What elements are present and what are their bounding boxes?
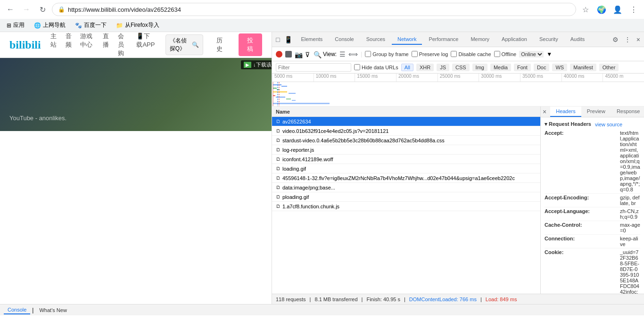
request-row-4[interactable]: 🗋 iconfont.412189e.woff (272, 155, 540, 164)
record-button[interactable] (276, 51, 282, 58)
header-name-accept: Accept: (545, 130, 620, 192)
tab-network[interactable]: Network (392, 34, 422, 45)
separator-status-2: | (362, 296, 363, 302)
request-row-1[interactable]: 🗋 video.01b632f91ce4e4ed2c05.js?v=201811… (272, 126, 540, 136)
hide-data-urls-checkbox[interactable] (354, 64, 360, 70)
filter-other-btn[interactable]: Other (599, 64, 619, 71)
history-button[interactable]: 历史 (216, 36, 225, 53)
tab-audits[interactable]: Audits (565, 34, 591, 45)
view-list-icon[interactable]: ☰ (339, 50, 346, 58)
preserve-log-checkbox[interactable] (412, 51, 418, 57)
request-row-8[interactable]: 🗋 ploading.gif (272, 192, 540, 202)
browser-action-1[interactable]: 🌍 (595, 3, 608, 16)
offline-label[interactable]: Offline (494, 51, 517, 57)
header-row-cache-control: Cache-Control: max-age=0 (545, 221, 640, 235)
bilibili-search[interactable]: 《名侦探Q》 🔍 (165, 34, 203, 55)
bottom-tab-console[interactable]: Console (4, 306, 30, 314)
upload-button[interactable]: 投稿 (239, 33, 262, 56)
request-row-9[interactable]: 🗋 1.a7cf8.function.chunk.js (272, 202, 540, 211)
request-row-3[interactable]: 🗋 log-reporter.js (272, 145, 540, 155)
filter-font-btn[interactable]: Font (514, 64, 531, 71)
back-button[interactable]: ← (4, 3, 17, 16)
bilibili-header: bilibili 主站 音频 游戏中心 直播 会员购 📱下载APP 《名侦探Q》… (0, 32, 272, 58)
request-row-5[interactable]: 🗋 loading.gif (272, 164, 540, 173)
header-name-cache-control: Cache-Control: (545, 222, 620, 233)
tab-console[interactable]: Console (329, 34, 359, 45)
devtools-inspect-btn[interactable]: □ (274, 35, 281, 44)
devtools-device-btn[interactable]: 📱 (282, 35, 294, 44)
tab-performance[interactable]: Performance (423, 34, 464, 45)
offline-checkbox[interactable] (494, 51, 500, 57)
devtools-dock-btn[interactable]: ⋮ (622, 35, 633, 44)
group-by-frame-checkbox[interactable] (365, 51, 371, 57)
hide-data-urls-label[interactable]: Hide data URLs (354, 64, 398, 70)
bookmark-baidu[interactable]: 🐾 百度一下 (72, 20, 109, 30)
bookmark-apps[interactable]: ⊞ 应用 (4, 20, 27, 30)
nav-live[interactable]: 直播 (103, 32, 110, 58)
name-column-header: Name (276, 109, 290, 115)
group-by-frame-label[interactable]: Group by frame (365, 51, 408, 57)
request-row-6[interactable]: 🗋 45596148-1-32.flv?e=ig8euxZM2rNcNbRa7b… (272, 173, 540, 183)
forward-button[interactable]: → (20, 3, 33, 16)
bottom-tab-whatsnew[interactable]: What's New (35, 306, 70, 314)
bilibili-logo[interactable]: bilibili (9, 39, 41, 51)
request-row-2[interactable]: 🗋 stardust-video.0.4a6e5b2bb5e3c28b60b88… (272, 136, 540, 145)
filter-button[interactable]: ⊽ (304, 51, 311, 58)
filter-img-btn[interactable]: Img (472, 64, 487, 71)
bookmark-star-button[interactable]: ☆ (579, 3, 592, 16)
throttle-select[interactable]: Online (519, 51, 544, 58)
dom-content-loaded[interactable]: DOMContentLoaded: 766 ms (409, 296, 477, 302)
filter-all-btn[interactable]: All (401, 64, 413, 71)
timeline-waterfall (272, 82, 644, 107)
bookmark-internet-nav[interactable]: 🌐 上网导航 (31, 20, 68, 30)
filter-css-btn[interactable]: CSS (452, 64, 470, 71)
user-account-button[interactable]: 👤 (611, 3, 624, 16)
tab-memory[interactable]: Memory (465, 34, 495, 45)
filter-ws-btn[interactable]: WS (552, 64, 567, 71)
detail-tab-preview[interactable]: Preview (581, 107, 611, 117)
nav-audio[interactable]: 音频 (66, 32, 73, 58)
detail-tab-headers[interactable]: Headers (550, 107, 581, 117)
devtools-settings-btn[interactable]: ⚙ (611, 35, 620, 44)
tab-sources[interactable]: Sources (361, 34, 391, 45)
header-value-cookie: _uuid=72F32B68-5FBE-8D7E-0395-9105E148AF… (620, 249, 640, 294)
request-row-av26522634[interactable]: 🗋 av26522634 (272, 117, 540, 126)
load-time[interactable]: Load: 849 ms (486, 296, 517, 302)
view-waterfall-icon[interactable]: ⟺ (348, 50, 358, 58)
tick-10000: 10000 ms (314, 74, 355, 82)
view-source-btn[interactable]: view source (595, 122, 622, 127)
tab-application[interactable]: Application (496, 34, 533, 45)
address-bar[interactable]: 🔒 https://www.bilibili.com/video/av26522… (52, 3, 576, 16)
bookmark-firefox[interactable]: 📁 从Firefox导入 (113, 20, 162, 30)
header-name-accept-encoding: Accept-Encoding: (545, 195, 620, 206)
menu-button[interactable]: ⋮ (627, 3, 640, 16)
tab-security[interactable]: Security (534, 34, 564, 45)
filter-input[interactable] (276, 63, 351, 72)
filter-js-btn[interactable]: JS (437, 64, 449, 71)
detail-tab-response[interactable]: Response (611, 107, 644, 117)
stop-button[interactable] (285, 51, 292, 58)
filter-manifest-btn[interactable]: Manifest (570, 64, 596, 71)
request-row-7[interactable]: 🗋 data:image/png;base... (272, 183, 540, 192)
nav-home[interactable]: 主站 (50, 32, 58, 58)
detail-close-btn[interactable]: × (541, 107, 548, 117)
filter-media-btn[interactable]: Media (490, 64, 511, 71)
nav-games[interactable]: 游戏中心 (80, 32, 95, 58)
filter-doc-btn[interactable]: Doc (534, 64, 550, 71)
request-icon-2: 🗋 (276, 138, 281, 143)
disable-cache-label[interactable]: Disable cache (451, 51, 491, 57)
nav-shop[interactable]: 会员购 (118, 32, 129, 58)
download-button[interactable]: ▶ (244, 62, 251, 68)
disable-cache-checkbox[interactable] (451, 51, 457, 57)
nav-app[interactable]: 📱下载APP (136, 32, 156, 58)
video-download-bar: ▶ ↓下载该 视频 ❓ × (241, 60, 272, 69)
baidu-icon: 🐾 (75, 22, 82, 29)
tab-elements[interactable]: Elements (295, 34, 328, 45)
screenshot-button[interactable]: 📷 (295, 51, 301, 58)
search-button[interactable]: 🔍 (314, 51, 320, 58)
devtools-close-btn[interactable]: × (635, 35, 642, 44)
request-icon-6: 🗋 (276, 175, 281, 181)
preserve-log-label[interactable]: Preserve log (412, 51, 448, 57)
filter-xhr-btn[interactable]: XHR (416, 64, 434, 71)
reload-button[interactable]: ↻ (36, 3, 49, 16)
